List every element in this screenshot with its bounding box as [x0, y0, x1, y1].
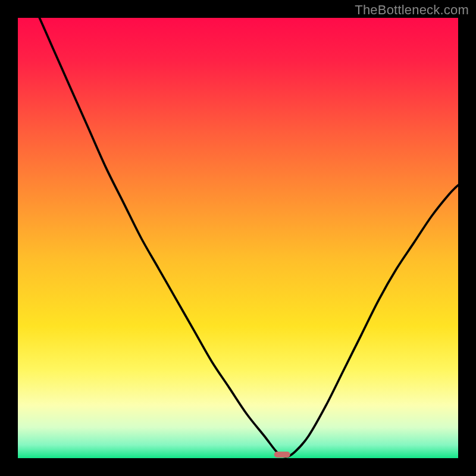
watermark-text: TheBottleneck.com [355, 2, 469, 18]
chart-stage: TheBottleneck.com [0, 0, 476, 476]
curve-layer [18, 18, 458, 458]
plot-area [18, 18, 458, 458]
bottleneck-curve [18, 18, 458, 457]
bottleneck-marker [274, 452, 290, 458]
